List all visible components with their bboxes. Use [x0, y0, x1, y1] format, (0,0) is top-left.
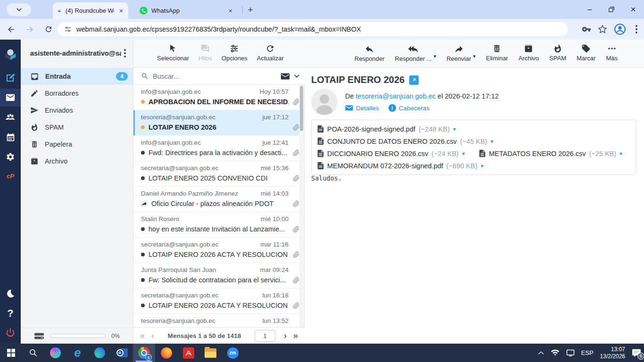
attachment-menu-caret-icon[interactable]: ▾ [481, 163, 484, 169]
attachment-item[interactable]: POA-2026-signed-signed.pdf(~248 KB)▾ [317, 125, 456, 133]
scrollbar-thumb[interactable] [300, 86, 303, 131]
help-icon[interactable]: ? [0, 304, 21, 322]
attachment-menu-caret-icon[interactable]: ▾ [490, 138, 493, 145]
prev-page-icon[interactable]: ‹ [151, 331, 154, 340]
forward-caret-icon[interactable]: ▾ [473, 53, 476, 59]
message-row[interactable]: tesoreria@sanjuan.gob.eclun 13:52 [133, 314, 305, 327]
headers-toggle[interactable]: i Cabeceras [388, 104, 429, 112]
threads-button[interactable]: Hilos [198, 44, 212, 62]
back-button[interactable] [3, 21, 19, 37]
refresh-list-button[interactable]: Actualizar [257, 44, 284, 62]
attachment-item[interactable]: DICCIONARIO ENERO 2026.csv(~24 KB)▾ [317, 149, 465, 157]
tab-roundcube[interactable]: (4) Roundcube Webmail :: Entra × [53, 2, 128, 19]
tab-close-icon[interactable]: × [226, 7, 235, 15]
password-key-icon[interactable] [582, 25, 591, 34]
forward-button[interactable] [22, 21, 38, 37]
notification-center-icon[interactable]: 6 [632, 349, 641, 357]
taskbar-firefox-icon[interactable] [155, 344, 177, 362]
search-scope-mail-icon[interactable] [281, 73, 290, 80]
cpanel-icon[interactable]: cP [0, 167, 21, 185]
message-row[interactable]: Daniel Armando Pazmiño Jimenezmié 14:03 … [133, 187, 305, 212]
sidebar-item-spam[interactable]: SPAM [21, 119, 133, 136]
attachment-item[interactable]: MEMORANDUM 072-2026-signed.pdf(~690 KB)▾ [317, 162, 484, 170]
taskbar-outlook-icon[interactable]: o [111, 344, 133, 362]
spam-button[interactable]: SPAM [549, 44, 566, 62]
browser-menu-icon[interactable] [633, 25, 640, 33]
tab-whatsapp[interactable]: WhatsApp × [135, 2, 239, 19]
select-button[interactable]: Seleccionar [157, 44, 189, 62]
reply-all-button[interactable]: Responder ... [395, 44, 432, 62]
reply-button[interactable]: Responder [355, 44, 385, 62]
message-row[interactable]: secretaria@sanjuan.gob.ecmar 11:16 LOTAI… [133, 238, 305, 263]
tab-search-button[interactable] [7, 3, 31, 16]
compose-icon[interactable] [0, 69, 21, 87]
message-row[interactable]: info@sanjuan.gob.ecjue 12:41 Fwd: Direct… [133, 136, 305, 161]
url-bar[interactable]: webmail.sanjuan.gob.ec/cpsess9192276835/… [58, 22, 568, 36]
refresh-button[interactable] [41, 21, 57, 37]
message-row[interactable]: Stalin Roseromié 10:00 hoy en este insta… [133, 212, 305, 238]
open-in-new-window-icon[interactable] [409, 75, 419, 85]
windows-taskbar: e o [0, 344, 644, 362]
taskbar-copilot-icon[interactable] [44, 344, 66, 362]
sender-email-link[interactable]: tesoreria@sanjuan.gob.ec [356, 92, 436, 100]
close-button[interactable]: × [622, 0, 644, 19]
message-row[interactable]: Junta Parroquial San Juanmar 09:24 Fw: S… [133, 263, 305, 288]
taskbar-acrobat-icon[interactable] [177, 344, 199, 362]
profile-avatar-icon[interactable] [614, 23, 626, 35]
sidebar-item-borradores[interactable]: Borradores [21, 85, 133, 102]
start-button[interactable] [0, 344, 22, 362]
calendar-nav-icon[interactable] [0, 128, 21, 146]
wifi-icon[interactable] [551, 349, 560, 356]
sidebar-item-enviados[interactable]: Enviados [21, 102, 133, 119]
mark-button[interactable]: Marcar [577, 44, 595, 62]
tab-close-icon[interactable]: × [119, 7, 124, 15]
search-options-chevron-icon[interactable] [294, 73, 300, 79]
minimize-button[interactable]: – [579, 0, 601, 19]
language-indicator[interactable]: ESP [581, 349, 594, 356]
options-button[interactable]: Opciones [222, 44, 248, 62]
tray-chevron-up-icon[interactable] [538, 351, 544, 355]
taskbar-search-icon[interactable] [22, 344, 44, 362]
settings-nav-icon[interactable] [0, 148, 21, 166]
taskbar-internet-explorer-icon[interactable]: e [66, 344, 89, 362]
message-row[interactable]: secretaria@sanjuan.gob.eclun 16:18 LOTAI… [133, 288, 305, 314]
taskbar-chrome-icon[interactable] [133, 344, 155, 362]
details-toggle[interactable]: Detalles [345, 105, 379, 112]
clock[interactable]: 13:07 13/2/2026 [600, 346, 625, 360]
attachment-item[interactable]: CONJUNTO DE DATOS ENERO 2026.csv(~45 KB)… [317, 137, 493, 145]
page-number-input[interactable] [255, 330, 275, 342]
dark-mode-moon-icon[interactable] [0, 285, 21, 303]
more-button[interactable]: Más [606, 44, 618, 62]
attachment-menu-caret-icon[interactable]: ▾ [453, 126, 456, 132]
attachment-item[interactable]: METADATOS ENERO 2026.csv(~25 KB)▾ [479, 149, 622, 157]
message-row[interactable]: secretaria@sanjuan.gob.ecmié 15:36 LOTAI… [133, 161, 305, 187]
message-row[interactable]: info@sanjuan.gob.ecHoy 10:57 APROBACION … [133, 85, 305, 110]
archive-button[interactable]: Archivo [519, 44, 539, 62]
message-row[interactable]: tesoreria@sanjuan.gob.ecjue 17:12 LOTAIP… [133, 110, 305, 136]
taskbar-file-explorer-icon[interactable] [199, 344, 222, 362]
bookmark-star-icon[interactable] [598, 25, 607, 34]
attachment-menu-caret-icon[interactable]: ▾ [619, 150, 622, 157]
restore-button[interactable] [601, 0, 622, 19]
last-page-icon[interactable]: » [293, 331, 298, 340]
contacts-nav-icon[interactable] [0, 108, 21, 126]
taskbar-zoom-icon[interactable]: zm [222, 344, 244, 362]
sidebar-item-archivo[interactable]: Archivo [21, 153, 133, 170]
search-input[interactable] [153, 73, 277, 80]
logout-power-icon[interactable] [0, 323, 21, 341]
forward-button[interactable]: Reenviar [446, 44, 471, 62]
reply-all-caret-icon[interactable]: ▾ [434, 53, 437, 59]
attachment-menu-caret-icon[interactable]: ▾ [462, 150, 465, 157]
taskbar-edge-icon[interactable] [89, 344, 111, 362]
account-menu-icon[interactable] [121, 49, 129, 58]
cast-screen-icon[interactable] [566, 349, 575, 356]
mail-nav-icon[interactable] [0, 89, 21, 107]
site-settings-icon[interactable] [64, 25, 72, 33]
next-page-icon[interactable]: › [284, 331, 287, 340]
list-scrollbar[interactable] [299, 85, 304, 327]
sidebar-item-papelera[interactable]: Papelera [21, 136, 133, 153]
new-tab-button[interactable]: + [244, 4, 256, 16]
delete-button[interactable]: Eliminar [486, 44, 508, 62]
sidebar-item-entrada[interactable]: Entrada 4 [21, 68, 133, 85]
first-page-icon[interactable]: « [140, 331, 145, 340]
